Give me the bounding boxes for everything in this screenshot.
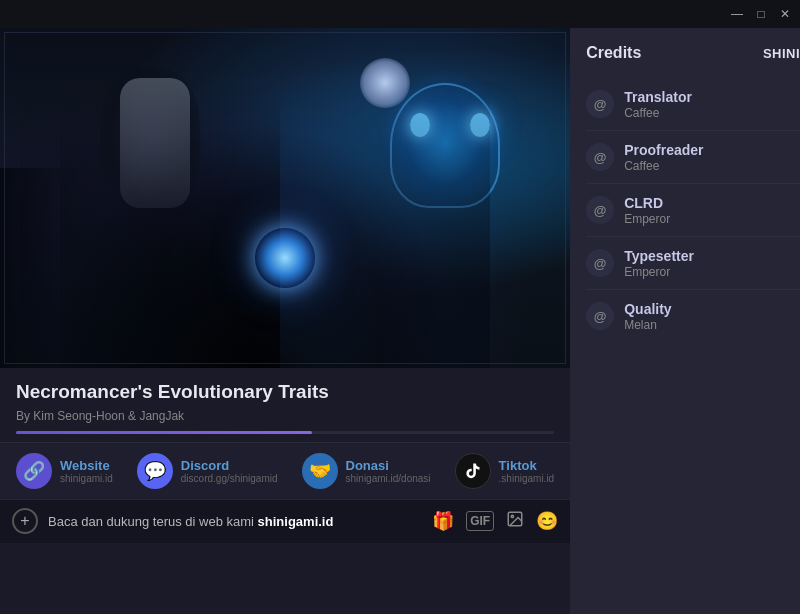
credit-role-proofreader: Proofreader	[624, 142, 800, 158]
at-symbol-clrd: @	[586, 196, 614, 224]
credits-panel: Credits SHINIGAMI ID @ Translator Caffee…	[570, 28, 800, 614]
manga-author: By Kim Seong-Hoon & JangJak	[16, 409, 554, 423]
character-overlay	[20, 79, 490, 368]
credit-name-clrd: Emperor	[624, 212, 800, 226]
credits-title: Credits	[586, 44, 641, 62]
character-hair-white	[120, 78, 190, 208]
gift-icon[interactable]: 🎁	[432, 510, 454, 532]
credit-row-typesetter: @ Typesetter Emperor	[586, 237, 800, 290]
at-symbol-translator: @	[586, 90, 614, 118]
credit-role-clrd: CLRD	[624, 195, 800, 211]
energy-orb	[255, 228, 315, 288]
manga-title: Necromancer's Evolutionary Traits	[16, 380, 554, 405]
tiktok-url: .shinigami.id	[499, 473, 555, 484]
credit-info-clrd: CLRD Emperor	[624, 195, 800, 226]
add-button[interactable]: +	[12, 508, 38, 534]
bottom-text-bold: shinigami.id	[258, 514, 334, 529]
social-website-text: Website shinigami.id	[60, 458, 113, 484]
credit-role-typesetter: Typesetter	[624, 248, 800, 264]
discord-url: discord.gg/shinigamid	[181, 473, 278, 484]
credits-header: Credits SHINIGAMI ID	[586, 44, 800, 62]
gif-icon[interactable]: GIF	[466, 511, 494, 531]
credit-info-typesetter: Typesetter Emperor	[624, 248, 800, 279]
close-button[interactable]: ✕	[778, 7, 792, 21]
title-section: Necromancer's Evolutionary Traits By Kim…	[0, 368, 570, 442]
maximize-button[interactable]: □	[754, 7, 768, 21]
at-symbol-quality: @	[586, 302, 614, 330]
social-discord-text: Discord discord.gg/shinigamid	[181, 458, 278, 484]
image-icon[interactable]	[506, 510, 524, 533]
credit-row-clrd: @ CLRD Emperor	[586, 184, 800, 237]
credit-info-quality: Quality Melan	[624, 301, 800, 332]
social-section: 🔗 Website shinigami.id 💬 Discord discord…	[0, 442, 570, 499]
cover-image	[0, 28, 570, 368]
left-panel: Necromancer's Evolutionary Traits By Kim…	[0, 28, 570, 614]
social-tiktok-text: Tiktok .shinigami.id	[499, 458, 555, 484]
svg-point-1	[511, 515, 513, 517]
donasi-label: Donasi	[346, 458, 431, 473]
credit-role-translator: Translator	[624, 89, 800, 105]
credit-role-quality: Quality	[624, 301, 800, 317]
credit-info-translator: Translator Caffee	[624, 89, 800, 120]
bottom-text: Baca dan dukung terus di web kami shinig…	[48, 514, 422, 529]
donasi-icon: 🤝	[302, 453, 338, 489]
social-donasi[interactable]: 🤝 Donasi shinigami.id/donasi	[302, 453, 431, 489]
credit-name-typesetter: Emperor	[624, 265, 800, 279]
social-discord[interactable]: 💬 Discord discord.gg/shinigamid	[137, 453, 278, 489]
credit-row-quality: @ Quality Melan	[586, 290, 800, 342]
tiktok-icon	[455, 453, 491, 489]
bottom-bar: + Baca dan dukung terus di web kami shin…	[0, 499, 570, 543]
credit-info-proofreader: Proofreader Caffee	[624, 142, 800, 173]
minimize-button[interactable]: —	[730, 7, 744, 21]
bottom-text-plain: Baca dan dukung terus di web kami	[48, 514, 258, 529]
titlebar: — □ ✕	[0, 0, 800, 28]
emoji-icon[interactable]: 😊	[536, 510, 558, 532]
at-symbol-typesetter: @	[586, 249, 614, 277]
website-url: shinigami.id	[60, 473, 113, 484]
website-label: Website	[60, 458, 113, 473]
credit-row-proofreader: @ Proofreader Caffee	[586, 131, 800, 184]
progress-bar-container	[16, 431, 554, 434]
website-icon: 🔗	[16, 453, 52, 489]
main-content: Necromancer's Evolutionary Traits By Kim…	[0, 28, 800, 614]
social-donasi-text: Donasi shinigami.id/donasi	[346, 458, 431, 484]
social-website[interactable]: 🔗 Website shinigami.id	[16, 453, 113, 489]
discord-icon: 💬	[137, 453, 173, 489]
credit-name-proofreader: Caffee	[624, 159, 800, 173]
donasi-url: shinigami.id/donasi	[346, 473, 431, 484]
bottom-icons: 🎁 GIF 😊	[432, 510, 558, 533]
credits-site: SHINIGAMI ID	[763, 46, 800, 61]
social-tiktok[interactable]: Tiktok .shinigami.id	[455, 453, 555, 489]
credit-row-translator: @ Translator Caffee	[586, 78, 800, 131]
credit-name-translator: Caffee	[624, 106, 800, 120]
discord-label: Discord	[181, 458, 278, 473]
at-symbol-proofreader: @	[586, 143, 614, 171]
progress-bar-fill	[16, 431, 312, 434]
tiktok-label: Tiktok	[499, 458, 555, 473]
credit-name-quality: Melan	[624, 318, 800, 332]
